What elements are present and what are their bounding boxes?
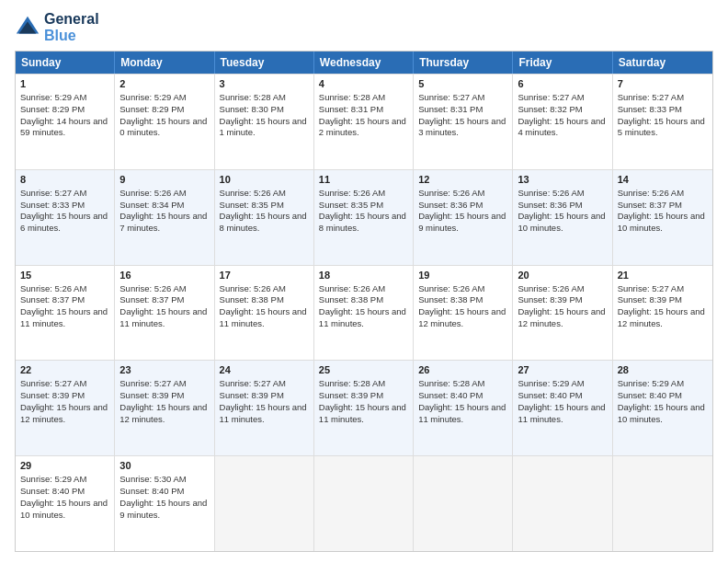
day-header-sunday: Sunday xyxy=(16,52,115,74)
day-cell-22: 22Sunrise: 5:27 AMSunset: 8:39 PMDayligh… xyxy=(16,361,115,455)
day-info: Sunrise: 5:29 AMSunset: 8:29 PMDaylight:… xyxy=(119,92,207,137)
day-number: 12 xyxy=(418,173,507,187)
day-cell-7: 7Sunrise: 5:27 AMSunset: 8:33 PMDaylight… xyxy=(613,75,712,169)
day-number: 26 xyxy=(418,363,507,377)
day-info: Sunrise: 5:29 AMSunset: 8:29 PMDaylight:… xyxy=(20,92,108,137)
day-number: 7 xyxy=(618,77,708,91)
day-info: Sunrise: 5:30 AMSunset: 8:40 PMDaylight:… xyxy=(119,474,207,519)
day-number: 16 xyxy=(119,269,209,282)
day-cell-14: 14Sunrise: 5:26 AMSunset: 8:37 PMDayligh… xyxy=(613,170,712,265)
page: General Blue SundayMondayTuesdayWednesda… xyxy=(0,0,728,563)
day-number: 13 xyxy=(518,173,607,187)
day-number: 3 xyxy=(220,77,309,91)
day-cell-26: 26Sunrise: 5:28 AMSunset: 8:40 PMDayligh… xyxy=(414,361,513,455)
day-cell-9: 9Sunrise: 5:26 AMSunset: 8:34 PMDaylight… xyxy=(115,170,214,265)
day-cell-28: 28Sunrise: 5:29 AMSunset: 8:40 PMDayligh… xyxy=(613,361,712,455)
day-info: Sunrise: 5:28 AMSunset: 8:31 PMDaylight:… xyxy=(319,92,406,137)
day-number: 15 xyxy=(20,269,109,282)
day-cell-20: 20Sunrise: 5:26 AMSunset: 8:39 PMDayligh… xyxy=(513,266,612,361)
day-cell-24: 24Sunrise: 5:27 AMSunset: 8:39 PMDayligh… xyxy=(215,361,314,455)
day-cell-5: 5Sunrise: 5:27 AMSunset: 8:31 PMDaylight… xyxy=(414,75,513,169)
day-info: Sunrise: 5:26 AMSunset: 8:37 PMDaylight:… xyxy=(618,188,705,233)
calendar-header: SundayMondayTuesdayWednesdayThursdayFrid… xyxy=(16,52,712,74)
day-number: 28 xyxy=(618,363,708,377)
day-info: Sunrise: 5:26 AMSunset: 8:38 PMDaylight:… xyxy=(319,283,406,328)
day-info: Sunrise: 5:27 AMSunset: 8:39 PMDaylight:… xyxy=(119,378,207,423)
day-info: Sunrise: 5:26 AMSunset: 8:36 PMDaylight:… xyxy=(418,188,506,233)
day-number: 19 xyxy=(418,269,507,282)
day-info: Sunrise: 5:26 AMSunset: 8:37 PMDaylight:… xyxy=(20,283,108,328)
day-info: Sunrise: 5:29 AMSunset: 8:40 PMDaylight:… xyxy=(518,378,605,423)
day-info: Sunrise: 5:27 AMSunset: 8:39 PMDaylight:… xyxy=(618,283,705,328)
day-info: Sunrise: 5:29 AMSunset: 8:40 PMDaylight:… xyxy=(618,378,705,423)
day-cell-12: 12Sunrise: 5:26 AMSunset: 8:36 PMDayligh… xyxy=(414,170,513,265)
day-info: Sunrise: 5:27 AMSunset: 8:32 PMDaylight:… xyxy=(518,92,605,137)
day-info: Sunrise: 5:26 AMSunset: 8:37 PMDaylight:… xyxy=(119,283,207,328)
day-header-saturday: Saturday xyxy=(613,52,712,74)
calendar: SundayMondayTuesdayWednesdayThursdayFrid… xyxy=(15,51,713,552)
day-number: 8 xyxy=(20,173,109,187)
day-number: 20 xyxy=(518,269,607,282)
day-cell-3: 3Sunrise: 5:28 AMSunset: 8:30 PMDaylight… xyxy=(215,75,314,169)
calendar-row: 1Sunrise: 5:29 AMSunset: 8:29 PMDaylight… xyxy=(16,74,712,169)
day-info: Sunrise: 5:26 AMSunset: 8:39 PMDaylight:… xyxy=(518,283,605,328)
day-cell-21: 21Sunrise: 5:27 AMSunset: 8:39 PMDayligh… xyxy=(613,266,712,361)
day-cell-30: 30Sunrise: 5:30 AMSunset: 8:40 PMDayligh… xyxy=(115,456,214,551)
calendar-body: 1Sunrise: 5:29 AMSunset: 8:29 PMDaylight… xyxy=(16,74,712,551)
day-number: 22 xyxy=(20,363,109,377)
day-info: Sunrise: 5:27 AMSunset: 8:33 PMDaylight:… xyxy=(618,92,705,137)
day-cell-16: 16Sunrise: 5:26 AMSunset: 8:37 PMDayligh… xyxy=(115,266,214,361)
day-info: Sunrise: 5:26 AMSunset: 8:36 PMDaylight:… xyxy=(518,188,605,233)
calendar-row: 22Sunrise: 5:27 AMSunset: 8:39 PMDayligh… xyxy=(16,360,712,455)
day-cell-27: 27Sunrise: 5:29 AMSunset: 8:40 PMDayligh… xyxy=(513,361,612,455)
day-number: 9 xyxy=(119,173,209,187)
day-number: 1 xyxy=(20,77,109,91)
day-cell-15: 15Sunrise: 5:26 AMSunset: 8:37 PMDayligh… xyxy=(16,266,115,361)
day-number: 21 xyxy=(618,269,708,282)
day-cell-1: 1Sunrise: 5:29 AMSunset: 8:29 PMDaylight… xyxy=(16,75,115,169)
day-number: 6 xyxy=(518,77,607,91)
day-header-wednesday: Wednesday xyxy=(314,52,414,74)
day-number: 24 xyxy=(220,363,309,377)
logo-text: General Blue xyxy=(44,11,99,43)
calendar-row: 15Sunrise: 5:26 AMSunset: 8:37 PMDayligh… xyxy=(16,265,712,361)
day-number: 27 xyxy=(518,363,607,377)
empty-cell xyxy=(513,456,612,551)
day-number: 2 xyxy=(119,77,209,91)
day-cell-13: 13Sunrise: 5:26 AMSunset: 8:36 PMDayligh… xyxy=(513,170,612,265)
day-cell-10: 10Sunrise: 5:26 AMSunset: 8:35 PMDayligh… xyxy=(215,170,314,265)
empty-cell xyxy=(613,456,712,551)
empty-cell xyxy=(215,456,314,551)
day-info: Sunrise: 5:27 AMSunset: 8:33 PMDaylight:… xyxy=(20,188,108,233)
calendar-row: 8Sunrise: 5:27 AMSunset: 8:33 PMDaylight… xyxy=(16,169,712,265)
calendar-row: 29Sunrise: 5:29 AMSunset: 8:40 PMDayligh… xyxy=(16,455,712,551)
logo-icon xyxy=(15,15,40,40)
day-number: 30 xyxy=(119,459,209,473)
day-info: Sunrise: 5:26 AMSunset: 8:35 PMDaylight:… xyxy=(220,188,307,233)
day-header-monday: Monday xyxy=(115,52,214,74)
day-info: Sunrise: 5:29 AMSunset: 8:40 PMDaylight:… xyxy=(20,474,108,519)
empty-cell xyxy=(314,456,414,551)
day-cell-18: 18Sunrise: 5:26 AMSunset: 8:38 PMDayligh… xyxy=(314,266,414,361)
day-info: Sunrise: 5:27 AMSunset: 8:39 PMDaylight:… xyxy=(20,378,108,423)
day-number: 18 xyxy=(319,269,408,282)
day-number: 4 xyxy=(319,77,408,91)
day-number: 14 xyxy=(618,173,708,187)
day-cell-8: 8Sunrise: 5:27 AMSunset: 8:33 PMDaylight… xyxy=(16,170,115,265)
day-cell-2: 2Sunrise: 5:29 AMSunset: 8:29 PMDaylight… xyxy=(115,75,214,169)
day-header-thursday: Thursday xyxy=(414,52,513,74)
day-info: Sunrise: 5:27 AMSunset: 8:31 PMDaylight:… xyxy=(418,92,506,137)
day-cell-29: 29Sunrise: 5:29 AMSunset: 8:40 PMDayligh… xyxy=(16,456,115,551)
day-number: 11 xyxy=(319,173,408,187)
day-number: 10 xyxy=(220,173,309,187)
day-cell-23: 23Sunrise: 5:27 AMSunset: 8:39 PMDayligh… xyxy=(115,361,214,455)
day-info: Sunrise: 5:28 AMSunset: 8:39 PMDaylight:… xyxy=(319,378,406,423)
day-info: Sunrise: 5:27 AMSunset: 8:39 PMDaylight:… xyxy=(220,378,307,423)
day-header-tuesday: Tuesday xyxy=(215,52,314,74)
day-number: 5 xyxy=(418,77,507,91)
day-cell-25: 25Sunrise: 5:28 AMSunset: 8:39 PMDayligh… xyxy=(314,361,414,455)
day-cell-4: 4Sunrise: 5:28 AMSunset: 8:31 PMDaylight… xyxy=(314,75,414,169)
day-info: Sunrise: 5:26 AMSunset: 8:35 PMDaylight:… xyxy=(319,188,406,233)
day-number: 29 xyxy=(20,459,109,473)
day-number: 25 xyxy=(319,363,408,377)
